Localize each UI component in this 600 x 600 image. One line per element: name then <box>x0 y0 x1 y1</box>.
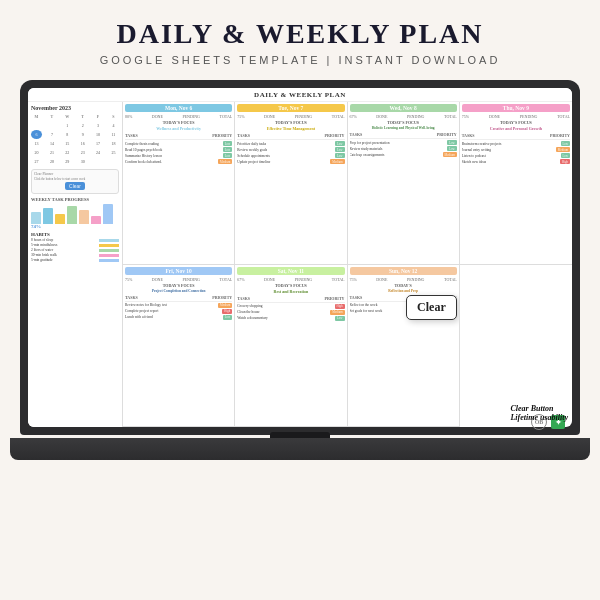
day-stats-tue: 75% DONE PENDING TOTAL <box>237 114 344 119</box>
overlay-line2: Lifetime usability <box>510 413 568 422</box>
task-row: Review notes for Biology testMedium <box>125 303 232 308</box>
cal-day: 3 <box>93 121 104 130</box>
cal-day: 8 <box>62 130 73 139</box>
cal-day: 21 <box>46 148 57 157</box>
day-saturday: Sat, Nov 11 67% DONE PENDING TOTAL TODAY… <box>235 265 347 428</box>
day-stats-wed: 67% DONE PENDING TOTAL <box>350 114 457 119</box>
task-row: Grocery shoppingHigh <box>237 304 344 309</box>
cal-header-w: W <box>62 113 73 121</box>
cal-header-f: F <box>93 113 104 121</box>
task-row: Complete project reportHigh <box>125 309 232 314</box>
task-row: Listen to podcastLow <box>462 153 570 158</box>
day-sunday: Sun, Nov 12 75% DONE PENDING TOTAL TODAY… <box>348 265 460 428</box>
cal-header-m: M <box>31 113 42 121</box>
clear-planner-box: Clear Planner Click the button below to … <box>31 169 119 194</box>
task-row: Catch up on assignmentsMedium <box>350 152 457 157</box>
task-row: Complete thesis readingLow <box>125 141 232 146</box>
subtitle: GOOGLE SHEETS TEMPLATE | INSTANT DOWNLOA… <box>20 54 580 66</box>
cal-day: 28 <box>46 157 57 166</box>
day-header-fri: Fri, Nov 10 <box>125 267 232 275</box>
day-friday: Fri, Nov 10 75% DONE PENDING TOTAL TODAY… <box>123 265 235 428</box>
cal-day: 14 <box>46 139 57 148</box>
day-stats-fri: 75% DONE PENDING TOTAL <box>125 277 232 282</box>
cal-day: 13 <box>31 139 42 148</box>
cal-day: 9 <box>77 130 88 139</box>
day-header-tue: Tue, Nov 7 <box>237 104 344 112</box>
cal-day: 25 <box>108 148 119 157</box>
day-stats-sun: 75% DONE PENDING TOTAL <box>350 277 457 282</box>
overlay-line1: Clear Button <box>510 404 568 413</box>
task-row: Sketch new ideasHigh <box>462 159 570 164</box>
cal-day: 29 <box>62 157 73 166</box>
day-header-sun: Sun, Nov 12 <box>350 267 457 275</box>
grid-area: November 2023 M T W T F S <box>28 102 572 427</box>
prog-bar-5 <box>79 210 89 224</box>
day-thursday: Thu, Nov 9 75% DONE PENDING TOTAL TODAY'… <box>460 102 572 265</box>
progress-title: WEEKLY TASK PROGRESS <box>31 197 119 202</box>
task-row: Prep for project presentationLow <box>350 140 457 145</box>
prog-bar-3 <box>55 214 65 224</box>
cal-day: 24 <box>93 148 104 157</box>
habit-row: 5-min gratitude <box>31 258 119 262</box>
prog-bar-4 <box>67 206 77 224</box>
cal-day: 10 <box>93 130 104 139</box>
screen-content: DAILY & WEEKLY PLAN November 2023 M T W <box>28 88 572 427</box>
prog-bar-7 <box>103 204 113 224</box>
habits-section: HABITS 8 hours of sleep 5-min mindfulnes… <box>31 232 119 262</box>
habit-row: 5-min mindfulness <box>31 243 119 247</box>
prog-bar-1 <box>31 212 41 224</box>
day-wednesday: Wed, Nov 8 67% DONE PENDING TOTAL TODAY'… <box>348 102 460 265</box>
laptop-body: DAILY & WEEKLY PLAN November 2023 M T W <box>20 80 580 435</box>
cal-day <box>31 121 42 130</box>
clear-button-overlay[interactable]: Clear <box>406 295 457 320</box>
cal-day: 1 <box>62 121 73 130</box>
cal-day: 18 <box>108 139 119 148</box>
task-row: Review weekly goalsLow <box>237 147 344 152</box>
laptop-mockup: DAILY & WEEKLY PLAN November 2023 M T W <box>20 80 580 460</box>
habit-row: 2 liters of water <box>31 248 119 252</box>
task-row: Review study materialsLow <box>350 146 457 151</box>
day-header-wed: Wed, Nov 8 <box>350 104 457 112</box>
progress-section: WEEKLY TASK PROGRESS 74% <box>31 197 119 229</box>
cal-header-t: T <box>46 113 57 121</box>
task-row: Schedule appointmentsLow <box>237 153 344 158</box>
task-row: Update project timelineMedium <box>237 159 344 164</box>
day-header-sat: Sat, Nov 11 <box>237 267 344 275</box>
cal-day: 7 <box>46 130 57 139</box>
task-row: Summarize History lessonLow <box>125 153 232 158</box>
cal-day: 27 <box>31 157 42 166</box>
clear-planner-label: Clear Planner <box>34 172 116 176</box>
cal-day: 30 <box>77 157 88 166</box>
cal-day <box>93 157 104 166</box>
cal-day <box>46 121 57 130</box>
cal-day: 23 <box>77 148 88 157</box>
cal-day: 4 <box>108 121 119 130</box>
days-grid: Mon, Nov 6 80% DONE PENDING TOTAL TODAY'… <box>123 102 572 427</box>
clear-planner-button[interactable]: Clear <box>65 182 85 190</box>
cal-day: 20 <box>31 148 42 157</box>
cal-header-t2: T <box>77 113 88 121</box>
laptop-screen: DAILY & WEEKLY PLAN November 2023 M T W <box>28 88 572 427</box>
habit-row: 8 hours of sleep <box>31 238 119 242</box>
task-row: Read 10 pages psych bookLow <box>125 147 232 152</box>
habits-title: HABITS <box>31 232 119 237</box>
clear-instruction: Click the button below to start a new we… <box>34 177 116 181</box>
task-row: Journal entry writingMedium <box>462 147 570 152</box>
header: DAILY & WEEKLY PLAN GOOGLE SHEETS TEMPLA… <box>0 0 600 74</box>
habit-row: 30-min brisk walk <box>31 253 119 257</box>
cal-day: 16 <box>77 139 88 148</box>
cal-header-s: S <box>108 113 119 121</box>
task-row: Watch a documentaryLow <box>237 316 344 321</box>
day-header-thu: Thu, Nov 9 <box>462 104 570 112</box>
cal-day: 2 <box>77 121 88 130</box>
cal-day: 22 <box>62 148 73 157</box>
cal-day: 15 <box>62 139 73 148</box>
day-header-mon: Mon, Nov 6 <box>125 104 232 112</box>
overlay-text-area: Clear Button Lifetime usability <box>510 404 568 422</box>
prog-bar-2 <box>43 208 53 224</box>
cal-day: 17 <box>93 139 104 148</box>
mini-calendar: M T W T F S 1 2 <box>31 113 119 166</box>
progress-pct: 74% <box>31 224 119 229</box>
main-title: DAILY & WEEKLY PLAN <box>20 18 580 50</box>
cal-day <box>108 157 119 166</box>
